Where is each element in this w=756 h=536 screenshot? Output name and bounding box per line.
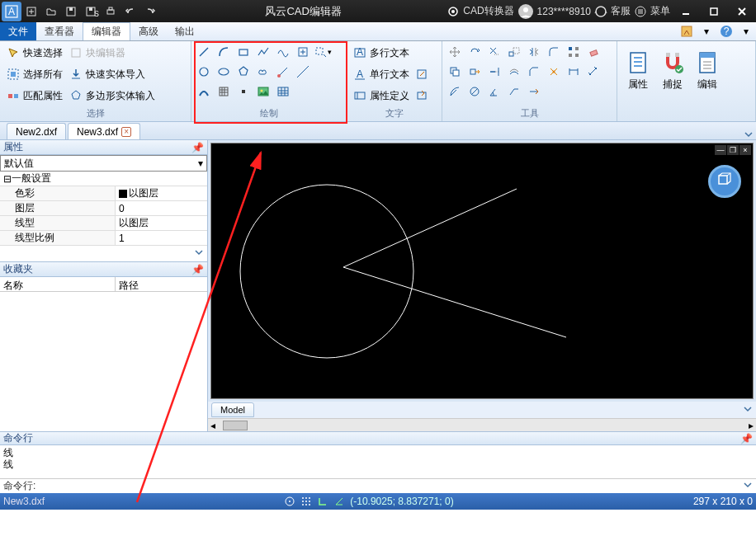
polyline-icon[interactable] — [254, 43, 272, 61]
saveas-icon[interactable]: s — [82, 2, 100, 21]
leader-icon[interactable] — [505, 82, 523, 101]
att-edit-icon[interactable] — [413, 87, 431, 105]
block-dd-icon[interactable]: ▾ — [314, 43, 332, 61]
scroll-left-icon[interactable]: ◂ — [208, 420, 218, 431]
rect-icon[interactable] — [234, 43, 253, 61]
stretch-icon[interactable] — [465, 63, 484, 81]
support-icon[interactable] — [594, 5, 607, 18]
model-chevron-icon[interactable] — [743, 404, 753, 416]
trim-icon[interactable] — [485, 43, 503, 61]
prop-row-linetype[interactable]: 线型以图层 — [0, 216, 207, 231]
array-icon[interactable] — [565, 43, 583, 61]
help-dropdown-icon[interactable]: ▾ — [736, 22, 756, 40]
tabs-chevron-icon[interactable] — [741, 129, 756, 139]
trace-icon[interactable] — [195, 82, 213, 101]
select-all-button[interactable]: 选择所有 — [3, 64, 66, 84]
minimize-icon[interactable] — [674, 2, 697, 21]
cmd-input[interactable] — [39, 482, 743, 491]
save-icon[interactable] — [62, 2, 80, 21]
convert-icon[interactable] — [447, 5, 460, 18]
model-tab[interactable]: Model — [211, 402, 254, 417]
tab-close-icon[interactable]: × — [121, 127, 131, 137]
text-edit-icon[interactable] — [413, 65, 431, 83]
point-icon[interactable] — [234, 82, 253, 101]
menu-label[interactable]: 菜单 — [650, 4, 670, 18]
mtext-button[interactable]: A多行文本 — [350, 43, 431, 63]
menu-icon[interactable] — [634, 5, 647, 18]
drawing-canvas[interactable]: — ❐ × — [210, 143, 754, 399]
dim-radius-icon[interactable] — [446, 82, 464, 101]
pin-icon[interactable]: 📌 — [191, 142, 204, 153]
quick-select-button[interactable]: 快速选择 — [3, 43, 66, 63]
menu-advanced[interactable]: 高级 — [130, 22, 167, 40]
convert-label[interactable]: CAD转换器 — [463, 4, 513, 18]
status-grid-icon[interactable] — [300, 496, 312, 507]
props-general-header[interactable]: ⊟ 一般设置 — [0, 172, 207, 186]
mirror-icon[interactable] — [525, 43, 543, 61]
maximize-icon[interactable] — [702, 2, 725, 21]
tab-new2[interactable]: New2.dxf — [7, 123, 66, 139]
props-default-combo[interactable]: 默认值▾ — [0, 155, 207, 172]
dim-align-icon[interactable] — [584, 63, 602, 81]
spline-icon[interactable] — [274, 43, 292, 61]
props-chevron-icon[interactable] — [194, 247, 204, 260]
prop-row-layer[interactable]: 图层0 — [0, 201, 207, 216]
h-scrollbar[interactable]: ◂ ▸ — [208, 418, 756, 431]
snap-button[interactable]: 捕捉 — [655, 46, 690, 95]
style-icon[interactable] — [677, 22, 697, 40]
properties-button[interactable]: 属性 — [621, 46, 655, 95]
image-icon[interactable] — [254, 82, 272, 101]
dim-edit-icon[interactable] — [525, 82, 543, 101]
polygon-draw-icon[interactable] — [234, 63, 253, 81]
dropdown-icon[interactable]: ▾ — [697, 22, 716, 40]
help-icon[interactable]: ? — [716, 22, 736, 40]
fillet-icon[interactable] — [545, 43, 563, 61]
quick-import-button[interactable]: 快速实体导入 — [66, 64, 149, 84]
open-icon[interactable] — [42, 2, 60, 21]
copy-icon[interactable] — [446, 63, 464, 81]
table-icon[interactable] — [274, 82, 292, 101]
support-label[interactable]: 客服 — [611, 4, 631, 18]
insert-icon[interactable] — [294, 43, 312, 61]
block-editor-button[interactable]: 块编辑器 — [66, 43, 129, 63]
circle-icon[interactable] — [195, 63, 213, 81]
edit-button[interactable]: 编辑 — [690, 46, 725, 95]
move-icon[interactable] — [446, 43, 464, 61]
cmd-chevron-icon[interactable] — [743, 480, 753, 492]
prop-row-color[interactable]: 色彩以图层 — [0, 186, 207, 201]
menu-output[interactable]: 输出 — [167, 22, 203, 40]
scroll-right-icon[interactable]: ▸ — [746, 420, 756, 431]
hatch-icon[interactable] — [215, 82, 233, 101]
extend-icon[interactable] — [485, 63, 503, 81]
new-icon[interactable] — [22, 2, 40, 21]
chamfer-icon[interactable] — [525, 63, 543, 81]
pin-icon[interactable]: 📌 — [740, 433, 753, 444]
fav-col-path[interactable]: 路径 — [116, 277, 142, 291]
arc-icon[interactable] — [215, 43, 233, 61]
pin-icon[interactable]: 📌 — [191, 264, 204, 275]
status-ico1-icon[interactable] — [284, 496, 295, 507]
rotate-icon[interactable] — [465, 43, 484, 61]
match-props-button[interactable]: 匹配属性 — [3, 86, 66, 106]
polygon-input-button[interactable]: 多边形实体输入 — [66, 86, 158, 106]
undo-icon[interactable] — [121, 2, 139, 21]
prop-row-lscale[interactable]: 线型比例1 — [0, 231, 207, 246]
tab-new3[interactable]: New3.dxf× — [68, 123, 140, 139]
scale-icon[interactable] — [505, 43, 523, 61]
scroll-thumb[interactable] — [223, 421, 248, 430]
fav-col-name[interactable]: 名称 — [0, 277, 116, 291]
close-icon[interactable] — [730, 2, 754, 21]
menu-file[interactable]: 文件 — [0, 22, 36, 40]
user-icon[interactable] — [517, 3, 534, 20]
cloud-icon[interactable] — [254, 63, 272, 81]
print-icon[interactable] — [102, 2, 120, 21]
explode-icon[interactable] — [545, 63, 563, 81]
redo-icon[interactable] — [141, 2, 159, 21]
dim-linear-icon[interactable] — [565, 63, 583, 81]
ellipse-icon[interactable] — [215, 63, 233, 81]
dim-angle-icon[interactable] — [485, 82, 503, 101]
ray-icon[interactable] — [274, 63, 292, 81]
stext-button[interactable]: A单行文本 — [350, 64, 413, 84]
xline-icon[interactable] — [294, 63, 312, 81]
menu-viewer[interactable]: 查看器 — [36, 22, 83, 40]
